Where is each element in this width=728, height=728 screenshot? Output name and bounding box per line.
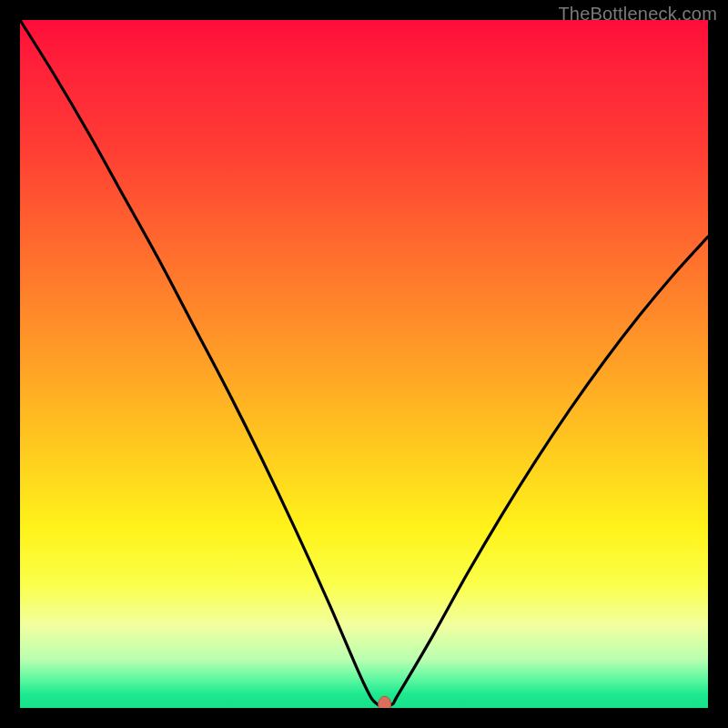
bottleneck-curve: [20, 20, 708, 707]
watermark-text: TheBottleneck.com: [558, 4, 717, 25]
plot-area: [20, 20, 708, 708]
min-marker: [379, 696, 391, 708]
curve-layer: [20, 20, 708, 708]
chart-frame: TheBottleneck.com: [0, 0, 728, 728]
